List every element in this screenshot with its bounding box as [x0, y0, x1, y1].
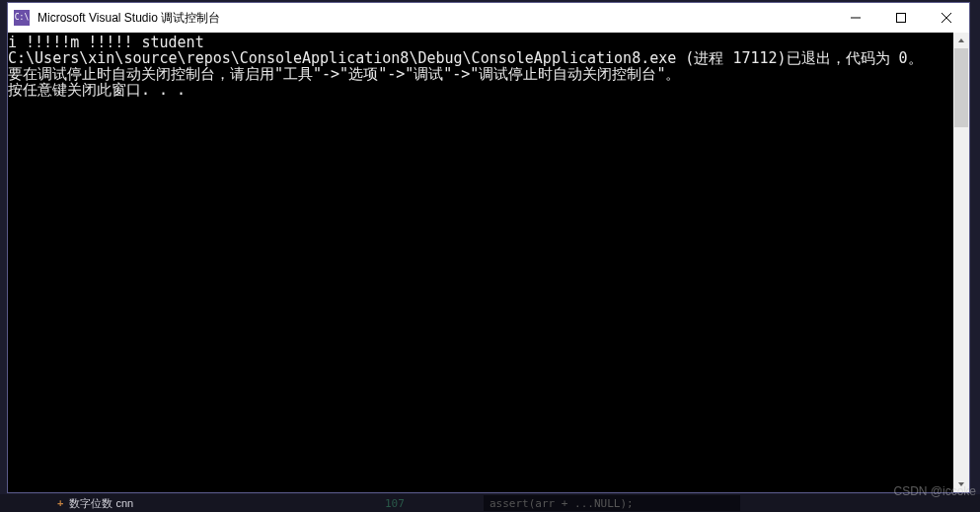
console-window: C:\ Microsoft Visual Studio 调试控制台 i !!!!… [7, 2, 970, 493]
scroll-thumb[interactable] [954, 48, 968, 127]
window-controls [833, 3, 969, 33]
svg-marker-4 [958, 38, 964, 42]
file-tab-hint: + 数字位数 cnn [0, 496, 133, 511]
file-name-hint: 数字位数 cnn [69, 496, 133, 511]
plus-icon: + [57, 497, 63, 509]
console-area: i !!!!!m !!!!! student C:\Users\xin\sour… [8, 33, 969, 492]
maximize-icon [896, 13, 906, 23]
window-title: Microsoft Visual Studio 调试控制台 [38, 10, 833, 27]
minimize-button[interactable] [833, 3, 878, 33]
vertical-scrollbar[interactable] [953, 33, 969, 492]
watermark: CSDN @iccoke [893, 484, 976, 498]
maximize-button[interactable] [878, 3, 924, 33]
close-button[interactable] [924, 3, 969, 33]
svg-rect-1 [897, 14, 906, 23]
titlebar[interactable]: C:\ Microsoft Visual Studio 调试控制台 [8, 3, 969, 33]
code-fragment-hint: assert(arr + ...NULL); [484, 495, 740, 511]
scroll-up-button[interactable] [953, 33, 969, 48]
console-output[interactable]: i !!!!!m !!!!! student C:\Users\xin\sour… [8, 33, 953, 492]
console-line: 按任意键关闭此窗口. . . [8, 81, 186, 99]
close-icon [942, 13, 951, 23]
background-editor-strip: + 数字位数 cnn 107 assert(arr + ...NULL); [0, 494, 980, 512]
app-icon: C:\ [14, 10, 30, 26]
chevron-up-icon [957, 37, 965, 44]
minimize-icon [851, 13, 861, 23]
app-icon-text: C:\ [15, 14, 29, 22]
line-number-hint: 107 [385, 497, 405, 510]
